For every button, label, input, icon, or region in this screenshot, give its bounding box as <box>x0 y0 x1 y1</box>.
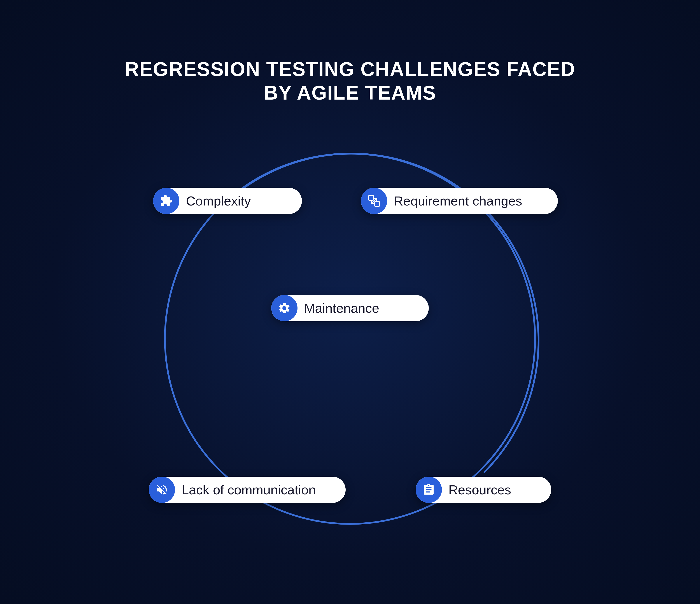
chip-complexity: Complexity <box>153 188 302 214</box>
communication-label: Lack of communication <box>181 482 316 498</box>
clipboard-icon <box>422 483 435 496</box>
requirement-icon-circle <box>361 188 387 214</box>
page-title: REGRESSION TESTING CHALLENGES FACED BY A… <box>125 57 575 104</box>
resources-icon-circle <box>416 477 442 503</box>
puzzle-icon <box>160 194 173 208</box>
title-line2: BY AGILE TEAMS <box>264 82 436 104</box>
transfer-icon <box>368 194 381 208</box>
chip-communication: Lack of communication <box>149 477 346 503</box>
svg-rect-0 <box>369 195 374 200</box>
maintenance-icon-circle <box>271 295 298 321</box>
chips-wrapper: Complexity Requirement changes <box>131 131 569 547</box>
complexity-label: Complexity <box>186 193 251 209</box>
page-container: REGRESSION TESTING CHALLENGES FACED BY A… <box>0 0 700 604</box>
chip-resources: Resources <box>416 477 551 503</box>
title-line1: REGRESSION TESTING CHALLENGES FACED <box>125 58 575 80</box>
resources-label: Resources <box>448 482 511 498</box>
communication-icon-circle <box>149 477 175 503</box>
mute-icon <box>155 483 169 496</box>
svg-rect-1 <box>375 201 380 207</box>
gear-icon <box>278 301 291 315</box>
diagram-container: Complexity Requirement changes <box>131 131 569 547</box>
requirement-label: Requirement changes <box>394 193 522 209</box>
maintenance-label: Maintenance <box>304 301 379 316</box>
complexity-icon-circle <box>153 188 179 214</box>
chip-requirement: Requirement changes <box>361 188 558 214</box>
chip-maintenance: Maintenance <box>271 295 429 321</box>
